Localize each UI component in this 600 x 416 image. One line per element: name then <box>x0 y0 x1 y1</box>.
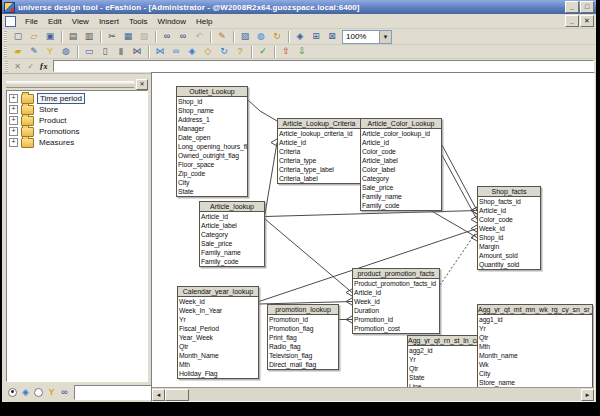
sidebar-item-product[interactable]: +Product <box>9 115 147 126</box>
table-field[interactable]: Radio_flag <box>268 342 338 351</box>
table-field[interactable]: Criteria_label <box>278 174 360 183</box>
table-field[interactable]: Family_name <box>200 248 264 257</box>
menu-edit[interactable]: Edit <box>43 16 67 27</box>
table-field[interactable]: Mth <box>478 342 592 351</box>
table-field[interactable]: Sale_price <box>361 183 441 192</box>
table-field[interactable]: Year_Week <box>178 333 258 342</box>
table-field[interactable]: Qtr <box>178 342 258 351</box>
table-field[interactable]: Print_flag <box>268 333 338 342</box>
table-field[interactable]: Criteria_type_label <box>278 165 360 174</box>
table-product_promotion_facts[interactable]: product_promotion_factsProduct_promotion… <box>352 268 440 334</box>
insert-class-icon[interactable]: ▰ <box>10 45 26 58</box>
table-field[interactable]: Week_id <box>353 297 439 306</box>
structure-canvas[interactable]: Outlet_LookupShop_idShop_nameAddress_1Ma… <box>152 73 594 388</box>
insert-derived-table-icon[interactable]: ▮ <box>113 45 129 58</box>
menu-insert[interactable]: Insert <box>94 16 124 27</box>
table-header[interactable]: Calendar_year_lookup <box>177 286 259 297</box>
detect-aliases-icon[interactable]: ◇ <box>200 45 216 58</box>
sidebar-item-store[interactable]: +Store <box>9 104 147 115</box>
table-Article_Lookup_Criteria[interactable]: Article_Lookup_CriteriaArticle_lookup_cr… <box>277 118 361 184</box>
table-field[interactable]: Qtr <box>478 333 592 342</box>
table-field[interactable]: Zip_code <box>177 169 247 178</box>
scroll-left-icon[interactable]: ◄ <box>152 389 165 401</box>
table-field[interactable]: Product_promotion_facts_id <box>353 279 439 288</box>
table-field[interactable]: Duration <box>353 306 439 315</box>
table-field[interactable]: Fiscal_Period <box>178 324 258 333</box>
toolbar-grip[interactable] <box>4 46 7 57</box>
detect-loops-icon[interactable]: ↻ <box>216 45 232 58</box>
insert-object-icon[interactable]: ✎ <box>26 45 42 58</box>
toolbar-grip[interactable] <box>4 31 7 42</box>
menu-file[interactable]: File <box>20 16 43 27</box>
check-integrity-icon[interactable]: ✓ <box>255 45 271 58</box>
table-field[interactable]: Week_id <box>478 224 540 233</box>
sidebar-item-measures[interactable]: +Measures <box>9 137 147 148</box>
table-field[interactable]: Yr <box>178 315 258 324</box>
table-field[interactable]: Month_name <box>478 351 592 360</box>
table-field[interactable]: Mth <box>178 360 258 369</box>
table-Agg_yr_qt_mt_mn_wk_rg_cy_sn_sr_qt[interactable]: Agg_yr_qt_mt_mn_wk_rg_cy_sn_sr_qtagg1_id… <box>477 304 593 388</box>
cut-icon[interactable]: ✂ <box>104 30 120 43</box>
table-field[interactable]: Promotion_id <box>268 315 338 324</box>
view-conditions-radio[interactable] <box>34 388 43 397</box>
close-icon[interactable]: ✕ <box>136 79 148 90</box>
table-field[interactable]: Promotion_flag <box>268 324 338 333</box>
zoom-combobox[interactable]: 100% ▼ <box>342 30 392 44</box>
table-field[interactable]: agg2_id <box>408 346 484 355</box>
arrange-tables-icon[interactable]: ⊠ <box>324 30 340 43</box>
scroll-right-icon[interactable]: ► <box>581 389 594 401</box>
table-Outlet_Lookup[interactable]: Outlet_LookupShop_idShop_nameAddress_1Ma… <box>176 86 248 197</box>
table-field[interactable]: Article_id <box>361 138 441 147</box>
menu-tools[interactable]: Tools <box>124 16 153 27</box>
table-field[interactable]: Address_1 <box>177 115 247 124</box>
table-field[interactable]: Long_opening_hours_flag <box>177 142 247 151</box>
table-field[interactable]: Wk <box>478 360 592 369</box>
copy-icon[interactable]: ▦ <box>120 30 136 43</box>
chevron-down-icon[interactable]: ▼ <box>379 31 391 43</box>
table-browser-icon[interactable]: ◈ <box>292 30 308 43</box>
insert-detail-icon[interactable]: ◍ <box>58 45 74 58</box>
table-field[interactable]: Shop_id <box>177 97 247 106</box>
table-field[interactable]: Qtr <box>408 364 484 373</box>
table-field[interactable]: City <box>478 369 592 378</box>
table-field[interactable]: State <box>408 373 484 382</box>
comment-icon[interactable]: ◍ <box>253 30 269 43</box>
table-field[interactable]: Television_flag <box>268 351 338 360</box>
refresh-structure-icon[interactable]: ↻ <box>269 30 285 43</box>
table-field[interactable]: Criteria <box>278 147 360 156</box>
sidebar-item-time-period[interactable]: +Time period <box>9 93 147 104</box>
table-field[interactable]: Article_color_lookup_id <box>361 129 441 138</box>
menu-window[interactable]: Window <box>153 16 191 27</box>
table-field[interactable]: Store_name <box>478 378 592 387</box>
table-Agg_yr_qt_rn_st_ln_ca_sr[interactable]: Agg_yr_qt_rn_st_ln_ca_sragg2_idYrQtrStat… <box>407 335 485 388</box>
insert-condition-icon[interactable]: Y <box>42 45 58 58</box>
table-field[interactable]: Week_In_Year <box>178 306 258 315</box>
table-header[interactable]: product_promotion_facts <box>352 268 440 279</box>
expand-icon[interactable]: + <box>9 94 18 103</box>
table-field[interactable]: Article_label <box>361 156 441 165</box>
find-icon[interactable]: ∞ <box>159 30 175 43</box>
expand-icon[interactable]: + <box>9 105 18 114</box>
menu-view[interactable]: View <box>67 16 94 27</box>
table-field[interactable]: Article_lookup_criteria_id <box>278 129 360 138</box>
table-field[interactable]: Manager <box>177 124 247 133</box>
table-header[interactable]: Agg_yr_qt_mt_mn_wk_rg_cy_sn_sr_qt <box>477 304 593 315</box>
table-field[interactable]: Date_open <box>177 133 247 142</box>
table-field[interactable]: Shop_id <box>478 233 540 242</box>
print-icon[interactable]: ▤ <box>65 30 81 43</box>
table-field[interactable]: Yr <box>478 324 592 333</box>
detect-cardinalities-icon[interactable]: ∞ <box>168 45 184 58</box>
search-icon[interactable]: ∞ <box>58 387 71 397</box>
quick-design-wizard-icon[interactable]: ✎ <box>214 30 230 43</box>
view-classes-radio[interactable] <box>8 388 17 397</box>
table-field[interactable]: Article_label <box>200 221 264 230</box>
export-universe-icon[interactable]: ▨ <box>237 30 253 43</box>
new-icon[interactable]: ▢ <box>10 30 26 43</box>
insert-join-icon[interactable]: ⋈ <box>129 45 145 58</box>
insert-alias-icon[interactable]: ▯ <box>97 45 113 58</box>
table-field[interactable]: Family_code <box>200 257 264 266</box>
table-field[interactable]: Shop_facts_id <box>478 197 540 206</box>
table-field[interactable]: Amount_sold <box>478 251 540 260</box>
table-header[interactable]: Article_lookup <box>199 201 265 212</box>
table-header[interactable]: Agg_yr_qt_rn_st_ln_ca_sr <box>407 335 485 346</box>
